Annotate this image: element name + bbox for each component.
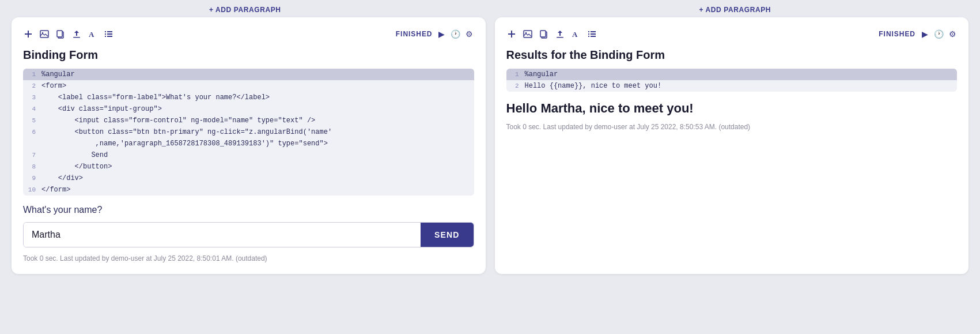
- svg-rect-21: [591, 33, 596, 35]
- svg-rect-3: [57, 31, 62, 37]
- line-content: <form>: [41, 81, 71, 91]
- svg-rect-0: [40, 31, 48, 37]
- line-number: 9: [23, 173, 41, 183]
- top-bar: + ADD PARAGRAPH + ADD PARAGRAPH: [0, 0, 980, 17]
- line-content: <div class="input-group">: [41, 104, 167, 114]
- result-text: Hello Martha, nice to meet you!: [506, 101, 958, 116]
- image-icon[interactable]: [39, 29, 50, 39]
- svg-rect-6: [105, 31, 106, 32]
- code-line: 4 <div class="input-group">: [23, 103, 474, 115]
- svg-rect-18: [588, 31, 589, 32]
- code-line: 2<form>: [23, 80, 474, 92]
- left-status-text: Took 0 sec. Last updated by demo-user at…: [23, 254, 474, 262]
- line-content: Hello {{name}}, nice to meet you!: [525, 81, 667, 91]
- line-content: <button class="btn btn-primary" ng-click…: [41, 127, 336, 137]
- code-line: 6 <button class="btn btn-primary" ng-cli…: [23, 126, 474, 138]
- gear-icon-left[interactable]: ⚙: [465, 29, 474, 39]
- code-line: 5 <input class="form-control" ng-model="…: [23, 115, 474, 126]
- line-content: <label class="form-label">What's your na…: [41, 92, 274, 103]
- right-toolbar-right: FINISHED ▶ 🕐 ⚙: [879, 29, 957, 39]
- add-paragraph-button-left[interactable]: + ADD PARAGRAPH: [209, 6, 281, 14]
- form-row: SEND: [23, 222, 474, 247]
- right-toolbar-icons: A: [506, 29, 597, 39]
- line-number: 1: [23, 69, 41, 80]
- line-content: </button>: [41, 162, 116, 172]
- text-icon[interactable]: A: [88, 29, 98, 39]
- svg-rect-19: [591, 31, 596, 32]
- play-icon-right[interactable]: ▶: [920, 29, 929, 39]
- clock-icon-right: 🕐: [934, 29, 943, 39]
- code-line: 9 </div>: [23, 172, 474, 184]
- list-icon[interactable]: [104, 29, 114, 39]
- binding-form-card: A FINISHED ▶ 🕐 ⚙ Binding Form 1%angular2…: [12, 17, 486, 274]
- name-input[interactable]: [24, 223, 421, 247]
- copy-icon[interactable]: [55, 29, 66, 39]
- code-line: 7 Send: [23, 149, 474, 161]
- line-content: %angular: [41, 69, 80, 80]
- move-icon-right[interactable]: [506, 29, 517, 39]
- clock-icon-left: 🕐: [451, 29, 460, 39]
- code-line: 1%angular: [506, 69, 958, 80]
- code-line: 8 </button>: [23, 161, 474, 172]
- svg-rect-15: [540, 31, 546, 37]
- line-content: </div>: [41, 173, 88, 183]
- image-icon-right[interactable]: [523, 29, 533, 39]
- line-number: 5: [23, 115, 41, 126]
- line-number: 10: [23, 185, 41, 195]
- left-toolbar-right: FINISHED ▶ 🕐 ⚙: [396, 29, 474, 39]
- line-number: 4: [23, 104, 41, 114]
- finished-label-right: FINISHED: [879, 30, 915, 38]
- svg-rect-8: [105, 33, 106, 35]
- code-line: 3 <label class="form-label">What's your …: [23, 92, 474, 103]
- results-code: 1%angular2Hello {{name}}, nice to meet y…: [506, 69, 958, 92]
- line-content: %angular: [525, 69, 563, 80]
- svg-rect-12: [524, 31, 532, 37]
- svg-rect-16: [557, 37, 563, 38]
- main-content: A FINISHED ▶ 🕐 ⚙ Binding Form 1%angular2…: [0, 17, 980, 286]
- right-status-text: Took 0 sec. Last updated by demo-user at…: [506, 123, 958, 131]
- code-line: ,name,'paragraph_1658728178308_489139183…: [23, 138, 474, 149]
- send-button[interactable]: SEND: [421, 223, 473, 247]
- left-toolbar-icons: A: [23, 29, 114, 39]
- svg-rect-22: [588, 36, 589, 37]
- upload-icon-right[interactable]: [555, 29, 565, 39]
- gear-icon-right[interactable]: ⚙: [948, 29, 957, 39]
- line-content: </form>: [41, 185, 75, 195]
- results-title: Results for the Binding Form: [506, 48, 958, 62]
- line-content: ,name,'paragraph_1658728178308_489139183…: [41, 138, 332, 149]
- finished-label-left: FINISHED: [396, 30, 433, 38]
- play-icon-left[interactable]: ▶: [437, 29, 447, 39]
- svg-rect-23: [591, 36, 596, 37]
- results-card: A FINISHED ▶ 🕐 ⚙ Results for the Binding…: [495, 17, 969, 274]
- text-icon-right[interactable]: A: [571, 29, 581, 39]
- line-number: 8: [23, 162, 41, 172]
- line-number: 3: [23, 92, 41, 103]
- line-number: 2: [506, 81, 525, 91]
- form-question: What's your name?: [23, 205, 474, 215]
- line-number: 6: [23, 127, 41, 137]
- svg-rect-20: [588, 33, 589, 35]
- right-card-toolbar: A FINISHED ▶ 🕐 ⚙: [506, 29, 958, 39]
- code-line: 1%angular: [23, 69, 474, 80]
- upload-icon[interactable]: [71, 29, 82, 39]
- binding-form-title: Binding Form: [23, 48, 474, 62]
- line-number: 7: [23, 150, 41, 160]
- line-content: Send: [41, 150, 112, 160]
- code-line: 2Hello {{name}}, nice to meet you!: [506, 80, 958, 92]
- line-number: 1: [506, 69, 525, 80]
- svg-rect-7: [107, 31, 112, 32]
- line-number: 2: [23, 81, 41, 91]
- list-icon-right[interactable]: [587, 29, 597, 39]
- svg-text:A: A: [89, 30, 94, 39]
- copy-icon-right[interactable]: [539, 29, 549, 39]
- svg-rect-4: [73, 37, 80, 38]
- line-content: <input class="form-control" ng-model="na…: [41, 115, 320, 126]
- binding-form-code: 1%angular2<form>3 <label class="form-lab…: [23, 69, 474, 196]
- svg-rect-9: [107, 33, 112, 35]
- add-paragraph-button-right[interactable]: + ADD PARAGRAPH: [699, 6, 771, 14]
- svg-rect-11: [107, 36, 112, 37]
- move-icon[interactable]: [23, 29, 33, 39]
- left-card-toolbar: A FINISHED ▶ 🕐 ⚙: [23, 29, 474, 39]
- svg-rect-10: [105, 36, 106, 37]
- svg-text:A: A: [572, 30, 578, 39]
